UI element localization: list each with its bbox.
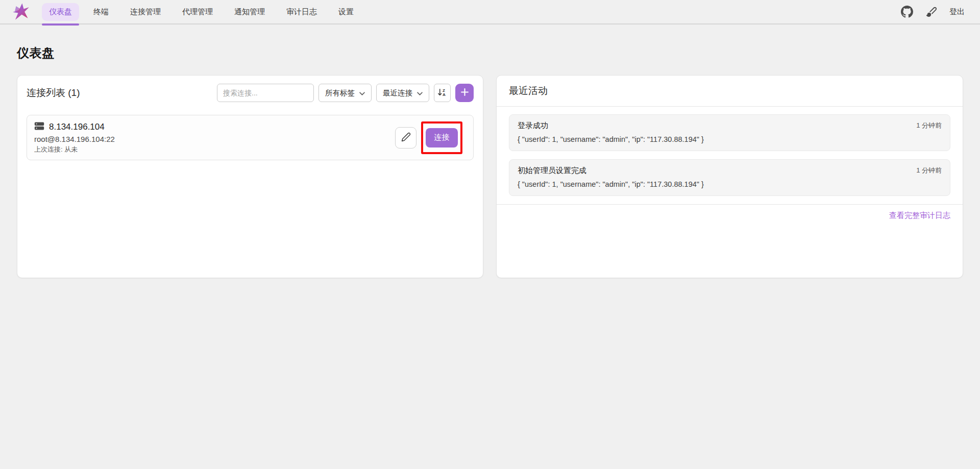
paintbrush-icon[interactable] — [925, 5, 938, 18]
add-connection-button[interactable] — [455, 84, 474, 102]
sort-za-icon: Z A — [437, 87, 447, 98]
svg-text:A: A — [443, 92, 446, 97]
activity-detail: { "userId": 1, "username": "admin", "ip"… — [518, 135, 942, 143]
page-title: 仪表盘 — [17, 45, 963, 61]
connection-list-header: 连接列表 (1) 所有标签 最近连接 — [27, 84, 474, 102]
pencil-icon — [401, 132, 411, 143]
connection-name: 8.134.196.104 — [49, 122, 105, 132]
recent-activity-card: 最近活动 登录成功 1 分钟前 { "userId": 1, "username… — [496, 75, 963, 278]
recent-activity-title: 最近活动 — [509, 84, 950, 97]
activity-title: 登录成功 — [518, 121, 548, 131]
sort-direction-button[interactable]: Z A — [434, 84, 451, 102]
logout-button[interactable]: 登出 — [949, 7, 965, 17]
app-logo — [10, 1, 32, 22]
tag-filter-dropdown[interactable]: 所有标签 — [318, 84, 372, 102]
connection-list-card: 连接列表 (1) 所有标签 最近连接 — [17, 75, 483, 278]
sort-order-value: 最近连接 — [383, 88, 412, 98]
connection-list-item[interactable]: 8.134.196.104 root@8.134.196.104:22 上次连接… — [27, 115, 474, 160]
edit-connection-button[interactable] — [395, 127, 416, 149]
nav-item-notifications[interactable]: 通知管理 — [227, 3, 272, 21]
activity-timestamp: 1 分钟前 — [916, 166, 942, 175]
github-icon[interactable] — [900, 5, 914, 18]
connection-last-connected: 上次连接: 从未 — [34, 145, 115, 154]
sort-order-dropdown[interactable]: 最近连接 — [376, 84, 429, 102]
recent-activity-header: 最近活动 — [497, 76, 963, 107]
nav-item-proxy[interactable]: 代理管理 — [175, 3, 220, 21]
nav-item-settings[interactable]: 设置 — [331, 3, 361, 21]
chevron-down-icon — [359, 89, 365, 97]
activity-timestamp: 1 分钟前 — [916, 121, 942, 130]
plus-icon — [460, 88, 469, 98]
connection-actions: 连接 — [395, 127, 466, 149]
connection-list-title: 连接列表 (1) — [27, 86, 80, 100]
main-content: 仪表盘 连接列表 (1) 所有标签 最近连接 — [0, 24, 980, 278]
recent-activity-list: 登录成功 1 分钟前 { "userId": 1, "username": "a… — [497, 107, 963, 204]
activity-item: 登录成功 1 分钟前 { "userId": 1, "username": "a… — [509, 114, 950, 151]
connection-list-controls: 所有标签 最近连接 — [217, 84, 474, 102]
connection-address: root@8.134.196.104:22 — [34, 135, 115, 143]
topbar-actions: 登出 — [900, 5, 970, 18]
search-input[interactable] — [217, 84, 314, 102]
chevron-down-icon — [417, 89, 423, 97]
connect-button-wrapper: 连接 — [426, 128, 458, 147]
connect-button[interactable]: 连接 — [426, 128, 458, 147]
view-full-audit-log-link[interactable]: 查看完整审计日志 — [889, 211, 950, 219]
server-icon — [34, 121, 44, 133]
recent-activity-footer: 查看完整审计日志 — [497, 204, 963, 227]
tag-filter-value: 所有标签 — [325, 88, 355, 98]
activity-detail: { "userId": 1, "username": "admin", "ip"… — [518, 180, 942, 188]
top-navigation-bar: 仪表盘 终端 连接管理 代理管理 通知管理 审计日志 设置 登出 — [0, 0, 980, 24]
activity-title: 初始管理员设置完成 — [518, 166, 586, 176]
nav-item-terminal[interactable]: 终端 — [86, 3, 116, 21]
nav-item-audit-log[interactable]: 审计日志 — [279, 3, 324, 21]
activity-item: 初始管理员设置完成 1 分钟前 { "userId": 1, "username… — [509, 159, 950, 196]
main-nav: 仪表盘 终端 连接管理 代理管理 通知管理 审计日志 设置 — [42, 3, 361, 21]
nav-item-connections[interactable]: 连接管理 — [123, 3, 168, 21]
connection-info: 8.134.196.104 root@8.134.196.104:22 上次连接… — [34, 121, 115, 154]
dashboard-cards: 连接列表 (1) 所有标签 最近连接 — [17, 75, 963, 278]
nav-item-dashboard[interactable]: 仪表盘 — [42, 3, 79, 21]
